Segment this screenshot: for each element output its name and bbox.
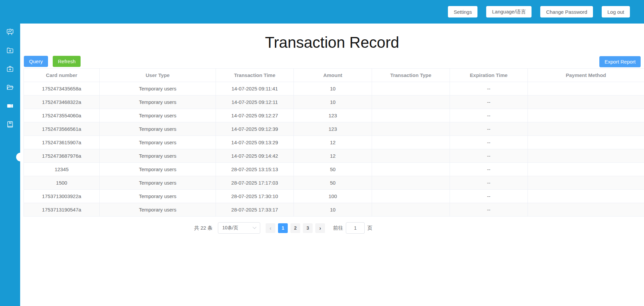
table-cell: -- (450, 190, 528, 203)
table-cell (372, 109, 450, 122)
export-report-button[interactable]: Export Report (599, 56, 641, 67)
sidebar (0, 0, 20, 306)
table-cell (528, 149, 644, 163)
pagination: 共 22 条 10条/页 ‹ 123 › 前往 页 (194, 222, 644, 234)
table-cell: Temporary users (100, 149, 216, 163)
sidebar-item-toolbox-add[interactable] (6, 65, 14, 73)
table-cell: 14-07-2025 09:11:41 (216, 82, 294, 95)
column-header-payment-method: Payment Method (528, 69, 644, 82)
table-cell: 1753713003922a (24, 190, 100, 203)
table-cell: 1500 (24, 176, 100, 190)
goto-unit-label: 页 (367, 225, 372, 231)
folder-open-icon (6, 83, 14, 91)
table-cell: Temporary users (100, 176, 216, 190)
table-cell (528, 109, 644, 122)
table-cell: Temporary users (100, 82, 216, 95)
change-password-button[interactable]: Change Password (540, 6, 593, 17)
table-row: 1752473435658aTemporary users14-07-2025 … (24, 82, 644, 95)
table-cell: Temporary users (100, 203, 216, 217)
settings-button[interactable]: Settings (448, 6, 477, 17)
column-header-amount: Amount (294, 69, 372, 82)
table-row: 1753713190547aTemporary users28-07-2025 … (24, 203, 644, 217)
page-buttons: 123 (278, 223, 313, 233)
table-cell: -- (450, 122, 528, 136)
language-button[interactable]: Language/语言 (486, 6, 532, 17)
column-header-transaction-time: Transaction Time (216, 69, 294, 82)
table-cell (528, 190, 644, 203)
table-cell: -- (450, 176, 528, 190)
page-button-1[interactable]: 1 (278, 223, 288, 233)
sidebar-item-notebook[interactable] (6, 120, 14, 128)
toolbox-add-icon (6, 65, 14, 73)
chevron-down-icon (252, 225, 256, 229)
prev-page-button[interactable]: ‹ (266, 223, 275, 233)
topbar: Settings Language/语言 Change Password Log… (0, 0, 644, 24)
transaction-table: Card number User Type Transaction Time A… (24, 68, 644, 217)
ticket-icon (6, 102, 14, 110)
page-button-3[interactable]: 3 (303, 223, 313, 233)
table-cell: -- (450, 149, 528, 163)
column-header-user-type: User Type (100, 69, 216, 82)
sidebar-item-transaction-record[interactable] (6, 102, 14, 110)
table-cell: 14-07-2025 09:12:11 (216, 95, 294, 109)
table-body: 1752473435658aTemporary users14-07-2025 … (24, 82, 644, 217)
table-cell (372, 149, 450, 163)
table-cell: 12 (294, 149, 372, 163)
page-size-value: 10条/页 (222, 225, 238, 231)
table-row: 1752473687976aTemporary users14-07-2025 … (24, 149, 644, 163)
pager: ‹ 123 › (266, 223, 325, 233)
sidebar-item-folder-add[interactable] (6, 46, 14, 54)
table-cell: Temporary users (100, 122, 216, 136)
table-cell: 50 (294, 163, 372, 176)
table-cell: 10 (294, 82, 372, 95)
table-cell: -- (450, 136, 528, 149)
notebook-icon (6, 120, 14, 128)
folder-add-icon (6, 46, 14, 54)
logout-button[interactable]: Log out (602, 6, 630, 17)
table-row: 1752473554060aTemporary users14-07-2025 … (24, 109, 644, 122)
table-cell: -- (450, 203, 528, 217)
table-cell: 1752473566561a (24, 122, 100, 136)
table-cell: -- (450, 95, 528, 109)
table-cell (528, 82, 644, 95)
table-cell (372, 203, 450, 217)
goto-page: 前往 页 (333, 222, 372, 234)
table-row: 1752473615907aTemporary users14-07-2025 … (24, 136, 644, 149)
sidebar-item-dashboard[interactable] (6, 28, 14, 36)
table-cell: 1752473554060a (24, 109, 100, 122)
table-cell: 1753713190547a (24, 203, 100, 217)
next-page-button[interactable]: › (315, 223, 325, 233)
table-cell: 1752473435658a (24, 82, 100, 95)
refresh-button[interactable]: Refresh (53, 56, 81, 67)
table-cell: 28-07-2025 17:33:17 (216, 203, 294, 217)
table-cell (372, 122, 450, 136)
query-button[interactable]: Query (24, 56, 48, 67)
table-cell: 123 (294, 109, 372, 122)
table-cell: -- (450, 82, 528, 95)
table-cell: 10 (294, 95, 372, 109)
table-cell (528, 122, 644, 136)
table-cell: 12345 (24, 163, 100, 176)
table-row: 12345Temporary users28-07-2025 13:15:135… (24, 163, 644, 176)
table-cell: 1752473615907a (24, 136, 100, 149)
table-cell: 14-07-2025 09:12:39 (216, 122, 294, 136)
table-cell: 14-07-2025 09:14:42 (216, 149, 294, 163)
page-size-select[interactable]: 10条/页 (218, 222, 260, 234)
main-content: Transaction Record Query Refresh Export … (20, 24, 644, 306)
table-cell: 14-07-2025 09:13:29 (216, 136, 294, 149)
table-cell: 14-07-2025 09:12:27 (216, 109, 294, 122)
table-row: 1500Temporary users28-07-2025 17:17:0350… (24, 176, 644, 190)
data-board-icon (6, 28, 14, 36)
page-button-2[interactable]: 2 (290, 223, 300, 233)
column-header-transaction-type: Transaction Type (372, 69, 450, 82)
table-cell (528, 176, 644, 190)
table-cell: 28-07-2025 17:30:10 (216, 190, 294, 203)
table-header: Card number User Type Transaction Time A… (24, 69, 644, 82)
table-cell (372, 176, 450, 190)
sidebar-item-folder-open[interactable] (6, 83, 14, 91)
table-cell (372, 82, 450, 95)
table-cell (528, 136, 644, 149)
table-cell: 1752473687976a (24, 149, 100, 163)
goto-page-input[interactable] (346, 222, 365, 234)
table-cell: 1752473468322a (24, 95, 100, 109)
